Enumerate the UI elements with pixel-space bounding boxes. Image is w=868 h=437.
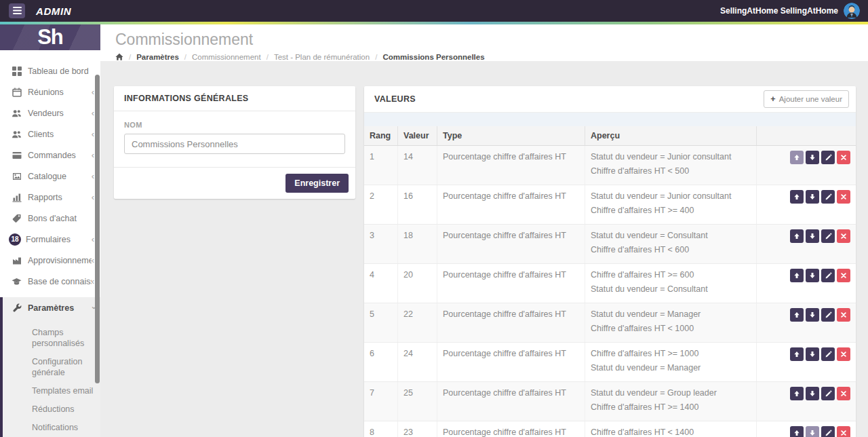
delete-button[interactable] xyxy=(837,426,850,437)
sidebar-item-parametres[interactable]: Paramètres ‹ xyxy=(3,297,100,318)
sidebar-item-commandes[interactable]: Commandes‹ xyxy=(0,145,100,166)
sidebar-item-bons-d-achat[interactable]: Bons d'achat xyxy=(0,208,100,229)
save-button[interactable]: Enregistrer xyxy=(285,174,349,193)
column-header-valeur: Valeur xyxy=(398,126,437,145)
move-down-button[interactable] xyxy=(806,190,819,204)
values-card-title: VALEURS xyxy=(374,94,416,104)
apercu-line: Chiffre d'affaires HT < 600 xyxy=(591,243,751,257)
apercu-line: Statut du vendeur = Consultant xyxy=(591,229,751,243)
sidebar-item-base-de-connaissances[interactable]: Base de connaissances‹ xyxy=(0,271,100,292)
cell-type: Pourcentage chiffre d'affaires HT xyxy=(437,185,585,224)
sidebar-item-tableau-de-bord[interactable]: Tableau de bord xyxy=(0,60,100,81)
sidebar-item-label: Bons d'achat xyxy=(28,214,94,223)
add-value-button[interactable]: + Ajouter une valeur xyxy=(764,90,849,108)
move-up-button[interactable] xyxy=(790,190,804,204)
sidebar-item-catalogue[interactable]: Catalogue‹ xyxy=(0,166,100,187)
edit-button[interactable] xyxy=(821,347,835,361)
breadcrumb-item[interactable]: Test - Plan de rémunération xyxy=(274,53,370,61)
pencil-icon xyxy=(825,311,832,319)
delete-button[interactable] xyxy=(837,347,850,361)
delete-button[interactable] xyxy=(837,308,850,322)
edit-button[interactable] xyxy=(821,190,835,204)
factory-icon xyxy=(12,255,22,265)
move-up-button[interactable] xyxy=(790,347,804,361)
edit-button[interactable] xyxy=(821,269,835,282)
move-up-button[interactable] xyxy=(790,229,804,243)
close-icon xyxy=(840,154,847,161)
sidebar-item-clients[interactable]: Clients‹ xyxy=(0,124,100,145)
sidebar-subitem-notifications[interactable]: Notifications xyxy=(3,419,100,437)
breadcrumb-item[interactable]: Paramètres xyxy=(136,53,179,61)
sidebar-item-formulaires[interactable]: 18Formulaires‹ xyxy=(0,229,100,250)
close-icon xyxy=(840,351,847,358)
move-down-button[interactable] xyxy=(806,269,819,282)
user-menu[interactable]: SellingAtHome SellingAtHome xyxy=(720,6,838,16)
column-header-actions xyxy=(757,126,856,145)
breadcrumb-item[interactable]: Commissions Personnelles xyxy=(382,53,484,61)
move-down-button[interactable] xyxy=(806,387,819,400)
pencil-icon xyxy=(825,193,832,201)
hamburger-menu-button[interactable] xyxy=(9,3,25,18)
sidebar-subitem-champs-personnalises[interactable]: Champs personnalisés xyxy=(3,324,100,353)
tag-icon xyxy=(12,213,22,223)
move-up-button[interactable] xyxy=(790,308,804,322)
move-down-button[interactable] xyxy=(806,151,819,164)
pencil-icon xyxy=(825,351,832,358)
move-down-button[interactable] xyxy=(806,229,819,243)
move-up-button[interactable] xyxy=(790,269,804,282)
edit-button[interactable] xyxy=(821,151,835,164)
edit-button[interactable] xyxy=(821,387,835,400)
values-table-header: RangValeurTypeAperçu xyxy=(364,126,856,146)
cell-rang: 1 xyxy=(364,146,398,185)
home-icon[interactable] xyxy=(115,53,123,61)
delete-button[interactable] xyxy=(837,190,850,204)
avatar[interactable] xyxy=(844,3,860,19)
edit-button[interactable] xyxy=(821,426,835,437)
sidebar-item-approvisionnement[interactable]: Approvisionnement‹ xyxy=(0,250,100,271)
sidebar-scrollbar[interactable] xyxy=(95,75,100,383)
cell-apercu: Statut du vendeur = Group leaderChiffre … xyxy=(585,382,757,421)
edit-button[interactable] xyxy=(821,308,835,322)
delete-button[interactable] xyxy=(837,387,850,400)
table-row: 318Pourcentage chiffre d'affaires HTStat… xyxy=(364,225,856,264)
move-up-button[interactable] xyxy=(790,387,804,400)
sidebar-nav: Tableau de bordRéunions‹Vendeurs‹Clients… xyxy=(0,50,100,292)
cell-valeur: 24 xyxy=(398,343,437,381)
company-logo[interactable]: Sh xyxy=(0,24,100,50)
arrow-up-icon xyxy=(793,311,801,319)
arrow-down-icon xyxy=(808,311,816,319)
cell-type: Pourcentage chiffre d'affaires HT xyxy=(437,421,585,437)
close-icon xyxy=(840,193,847,200)
sidebar-item-reunions[interactable]: Réunions‹ xyxy=(0,81,100,102)
sidebar-item-label: Réunions xyxy=(28,88,92,97)
close-icon xyxy=(840,390,847,397)
users-icon xyxy=(12,129,22,139)
cell-actions xyxy=(757,382,856,421)
move-down-button[interactable] xyxy=(806,347,819,361)
cell-type: Pourcentage chiffre d'affaires HT xyxy=(437,343,585,381)
table-row: 725Pourcentage chiffre d'affaires HTStat… xyxy=(364,382,856,421)
move-up-button[interactable] xyxy=(790,426,804,437)
breadcrumb-separator: / xyxy=(375,53,377,61)
apercu-line: Statut du vendeur = Manager xyxy=(591,361,751,375)
breadcrumb-separator: / xyxy=(184,53,186,61)
sidebar-item-label: Base de connaissances xyxy=(28,277,92,286)
sidebar-subitem-reductions[interactable]: Réductions xyxy=(3,400,100,419)
cell-actions xyxy=(757,264,856,303)
breadcrumb-item[interactable]: Commissionnement xyxy=(192,53,261,61)
move-up-button[interactable] xyxy=(790,151,804,164)
nom-input[interactable] xyxy=(124,134,345,154)
apercu-line: Statut du vendeur = Junior consultant xyxy=(591,150,751,164)
sidebar-subitem-configuration-generale[interactable]: Configuration générale xyxy=(3,353,100,382)
move-down-button[interactable] xyxy=(806,308,819,322)
move-down-button[interactable] xyxy=(806,426,819,437)
delete-button[interactable] xyxy=(837,269,850,282)
sidebar-item-vendeurs[interactable]: Vendeurs‹ xyxy=(0,102,100,124)
sidebar-subitem-templates-email[interactable]: Templates email xyxy=(3,382,100,400)
delete-button[interactable] xyxy=(837,151,850,164)
cell-valeur: 20 xyxy=(398,264,437,303)
edit-button[interactable] xyxy=(821,229,835,243)
chevron-left-icon: ‹ xyxy=(92,277,94,286)
delete-button[interactable] xyxy=(837,229,850,243)
sidebar-item-rapports[interactable]: Rapports‹ xyxy=(0,187,100,208)
